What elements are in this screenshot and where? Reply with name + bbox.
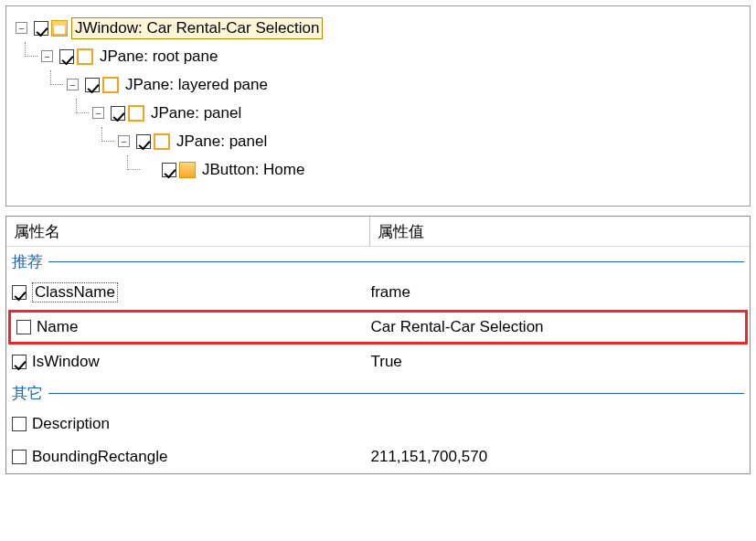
tree-connector [92, 127, 118, 155]
tree-checkbox[interactable] [59, 49, 74, 64]
button-icon [179, 162, 196, 178]
window-icon [51, 20, 68, 37]
tree-connector [67, 99, 92, 127]
tree-connector [16, 99, 41, 127]
property-name: Description [32, 415, 110, 433]
tree-row[interactable]: −JWindow: Car Rental-Car Selection [16, 14, 740, 42]
tree-connector [92, 155, 118, 184]
tree-checkbox[interactable] [85, 78, 100, 92]
group-divider [48, 261, 744, 262]
expander-icon[interactable]: − [16, 22, 27, 34]
tree-connector: − [92, 99, 111, 127]
property-checkbox[interactable] [12, 417, 27, 431]
property-checkbox[interactable] [12, 450, 27, 464]
property-row-description[interactable]: Description [6, 408, 750, 440]
tree-connector: − [16, 14, 34, 42]
property-value[interactable]: True [370, 353, 744, 371]
tree-node-label[interactable]: JPane: panel [174, 132, 270, 152]
tree-node-label[interactable]: JPane: panel [148, 103, 244, 123]
group-label: 推荐 [12, 251, 43, 272]
tree-node-label[interactable]: JButton: Home [199, 160, 307, 180]
group-divider [48, 393, 744, 394]
property-value[interactable]: Car Rental-Car Selection [371, 318, 740, 336]
tree-connector: − [67, 70, 85, 99]
property-row-name[interactable]: Name Car Rental-Car Selection [8, 310, 748, 345]
property-name: BoundingRectangle [32, 448, 167, 466]
expander-icon[interactable]: − [118, 135, 130, 147]
property-header-row: 属性名 属性值 [6, 217, 750, 247]
tree-connector [41, 127, 67, 155]
property-row-boundingrect[interactable]: BoundingRectangle 211,151,700,570 [6, 440, 750, 473]
tree-connector [67, 155, 92, 184]
tree-row[interactable]: −JPane: root pane [16, 42, 740, 70]
tree-connector [67, 127, 92, 155]
tree-connector [16, 70, 41, 99]
tree-connector [16, 42, 41, 70]
property-value[interactable]: 211,151,700,570 [370, 448, 744, 466]
property-name: Name [37, 318, 78, 336]
tree-connector [41, 99, 67, 127]
tree-connector [16, 127, 41, 155]
tree-row[interactable]: −JPane: layered pane [16, 70, 740, 99]
group-label: 其它 [12, 383, 43, 404]
tree-row[interactable]: −JPane: panel [16, 127, 740, 155]
pane-icon [102, 77, 119, 93]
tree-row[interactable]: JButton: Home [16, 155, 740, 184]
property-row-classname[interactable]: ClassName frame [6, 276, 750, 309]
property-group-recommended[interactable]: 推荐 [6, 247, 750, 276]
property-checkbox[interactable] [12, 355, 27, 369]
tree-node-label[interactable]: JPane: layered pane [122, 75, 271, 95]
property-checkbox[interactable] [16, 320, 31, 334]
expander-icon[interactable]: − [92, 107, 104, 119]
element-tree-panel: −JWindow: Car Rental-Car Selection−JPane… [5, 5, 751, 207]
property-checkbox[interactable] [12, 285, 27, 300]
property-group-other[interactable]: 其它 [6, 378, 750, 408]
property-name: ClassName [32, 282, 118, 302]
pane-icon [77, 48, 93, 65]
pane-icon [154, 133, 170, 150]
tree-checkbox[interactable] [162, 163, 176, 177]
tree-connector: − [118, 127, 136, 155]
property-value[interactable]: frame [370, 283, 744, 302]
tree-checkbox[interactable] [111, 106, 125, 121]
tree-node-label[interactable]: JWindow: Car Rental-Car Selection [71, 17, 323, 39]
pane-icon [128, 105, 144, 122]
property-name: IsWindow [32, 353, 100, 371]
tree-connector [16, 155, 41, 184]
expander-icon[interactable]: − [41, 50, 53, 62]
tree-connector [41, 70, 67, 99]
property-panel: 属性名 属性值 推荐 ClassName frame Name Car Rent… [5, 216, 751, 474]
tree-row[interactable]: −JPane: panel [16, 99, 740, 127]
tree-node-label[interactable]: JPane: root pane [97, 47, 220, 67]
tree-connector: − [41, 42, 59, 70]
tree-connector [41, 155, 67, 184]
tree-checkbox[interactable] [34, 21, 48, 36]
property-header-value[interactable]: 属性值 [370, 217, 750, 246]
expander-icon[interactable]: − [67, 79, 79, 90]
property-row-iswindow[interactable]: IsWindow True [6, 345, 750, 378]
tree-checkbox[interactable] [136, 134, 151, 149]
property-header-name[interactable]: 属性名 [6, 217, 370, 246]
tree-connector [118, 155, 144, 184]
tree-connector [144, 155, 162, 184]
